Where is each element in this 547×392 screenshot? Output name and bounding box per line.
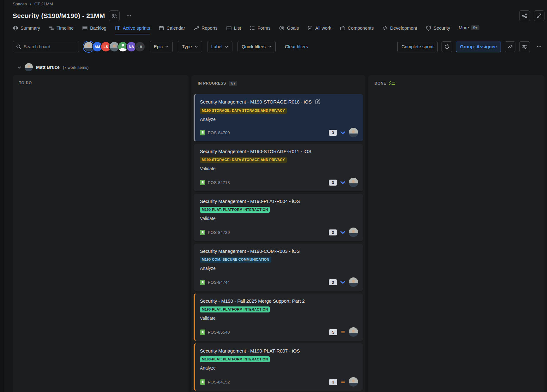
tab-label: Goals <box>287 26 299 31</box>
avatar-na[interactable]: NA <box>127 42 136 51</box>
priority-medium-icon <box>340 379 346 385</box>
assignee-avatar[interactable] <box>349 327 358 337</box>
card-label-chip[interactable]: M190-PLAT: PLATFORM INTERACTION <box>200 207 270 213</box>
priority-medium-icon <box>340 329 346 335</box>
card-label-chip[interactable]: M190-PLAT: PLATFORM INTERACTION <box>200 306 270 312</box>
chevron-expanded-icon[interactable] <box>17 65 21 69</box>
board-card[interactable]: Security Management - M190-PLAT-R007 - i… <box>194 343 363 391</box>
tab-label: More <box>459 25 469 30</box>
team-button[interactable] <box>109 10 120 21</box>
tab-all-work[interactable]: All work <box>307 25 331 34</box>
card-title: Security Management - M190-PLAT-R004 - i… <box>200 199 300 204</box>
story-points-badge: 3 <box>329 180 337 186</box>
tab-goals[interactable]: Goals <box>279 25 299 34</box>
priority-minor-icon <box>340 130 346 136</box>
tab-label: List <box>234 26 241 31</box>
avatar-photo-2[interactable] <box>110 42 119 51</box>
view-settings-button[interactable] <box>519 41 530 52</box>
assignee-avatar[interactable] <box>349 178 358 187</box>
ellipsis-icon <box>536 44 542 50</box>
fullscreen-button[interactable] <box>534 10 544 21</box>
board-card[interactable]: Security - M190 - Fall 2025 Merge Suppor… <box>194 294 363 341</box>
column-title: DONE <box>375 81 386 86</box>
breadcrumb-project[interactable]: CT 21MM <box>34 2 53 6</box>
tab-label: Reports <box>201 26 218 31</box>
clear-filters-button[interactable]: Clear filters <box>281 41 312 52</box>
avatar-am[interactable]: AM <box>93 42 102 51</box>
board-more-button[interactable] <box>534 41 544 52</box>
tab-active-sprints[interactable]: Active sprints <box>115 25 150 34</box>
tab-reports[interactable]: Reports <box>194 25 218 34</box>
card-label-chip[interactable]: M190-STORAGE: DATA STORAGE AND PRIVACY <box>200 108 287 114</box>
search-input[interactable] <box>13 41 79 52</box>
swimlane-header[interactable]: Matt Bruce (7 work items) <box>13 63 544 72</box>
story-points-badge: 3 <box>329 379 337 385</box>
tab-summary[interactable]: Summary <box>13 25 40 34</box>
target-icon <box>279 25 285 31</box>
avatar-matt-bruce[interactable] <box>84 42 93 51</box>
insights-button[interactable] <box>505 41 515 52</box>
assignee-avatar[interactable] <box>349 377 358 387</box>
search-icon <box>16 44 21 50</box>
story-icon <box>200 330 205 335</box>
tab-timeline[interactable]: Timeline <box>49 25 74 34</box>
kanban-board: TO DO IN PROGRESS 7/7 Security Managemen… <box>13 75 544 392</box>
tab-backlog[interactable]: Backlog <box>82 25 106 34</box>
group-by-button[interactable]: Group: Assignee <box>456 41 501 52</box>
chart-line-icon <box>194 25 199 31</box>
tab-label: Summary <box>21 26 40 31</box>
share-icon <box>522 13 527 19</box>
story-icon <box>200 130 205 135</box>
assignee-avatar[interactable] <box>349 128 358 137</box>
tab-development[interactable]: Development <box>382 25 417 34</box>
breadcrumb-spaces[interactable]: Spaces <box>13 2 27 6</box>
card-label-chip[interactable]: M190-COM: SECURE COMMUNICATION <box>200 257 271 263</box>
card-status: Analyze <box>200 117 358 122</box>
avatar-ls[interactable]: LS <box>101 42 111 51</box>
card-status: Analyze <box>200 266 358 271</box>
tab-components[interactable]: Components <box>340 25 374 34</box>
card-key: POS-85540 <box>208 330 230 335</box>
board-card[interactable]: Security Management - M190-STORAGE-R011 … <box>194 144 363 191</box>
share-button[interactable] <box>519 10 530 21</box>
tab-label: Forms <box>257 26 270 31</box>
label-filter-dropdown[interactable]: Label <box>207 41 232 52</box>
card-key: POS-84152 <box>208 380 230 384</box>
card-title: Security Management - M190-STORAGE-R011 … <box>200 149 311 154</box>
tab-calendar[interactable]: Calendar <box>159 25 185 34</box>
board-card[interactable]: Security Management - M190-COM-R003 - iO… <box>194 244 363 291</box>
complete-sprint-button[interactable]: Complete sprint <box>397 41 438 52</box>
priority-minor-icon <box>340 229 346 235</box>
epic-filter-dropdown[interactable]: Epic <box>150 41 173 52</box>
tab-label: Calendar <box>166 26 185 31</box>
avatar-overflow[interactable]: +9 <box>135 42 145 51</box>
board-card[interactable]: Security Management - M190-PLAT-R004 - i… <box>194 194 363 241</box>
tab-label: All work <box>315 26 331 31</box>
type-filter-dropdown[interactable]: Type <box>178 41 202 52</box>
tab-forms[interactable]: Forms <box>249 25 270 34</box>
quick-filters-dropdown[interactable]: Quick filters <box>237 41 276 52</box>
card-label-chip[interactable]: M190-STORAGE: DATA STORAGE AND PRIVACY <box>200 157 287 163</box>
assignee-avatar[interactable] <box>349 228 358 237</box>
tab-more[interactable]: More 9+ <box>459 25 479 34</box>
refresh-button[interactable] <box>442 41 452 52</box>
timeline-icon <box>49 25 54 31</box>
dropdown-label: Epic <box>154 44 163 49</box>
story-icon <box>200 280 205 285</box>
board-card[interactable]: Security Management - M190-STORAGE-R018 … <box>194 94 363 141</box>
edit-icon[interactable] <box>315 99 321 105</box>
assignee-avatar[interactable] <box>349 277 358 287</box>
story-points-badge: 3 <box>329 229 337 235</box>
chevron-down-icon <box>165 45 169 48</box>
breadcrumb: Spaces / CT 21MM <box>13 1 544 7</box>
tab-list[interactable]: List <box>226 25 241 34</box>
tab-security[interactable]: Security <box>426 25 450 34</box>
forms-icon <box>249 25 255 31</box>
ellipsis-icon <box>126 13 132 19</box>
card-label-chip[interactable]: M190-PLAT: PLATFORM INTERACTION <box>200 356 270 362</box>
title-more-button[interactable] <box>123 10 134 21</box>
main-content: Spaces / CT 21MM Security (S190/M190) - … <box>4 0 547 392</box>
avatar-person-placeholder[interactable] <box>118 42 128 51</box>
code-icon <box>382 25 388 31</box>
swimlane-count: (7 work items) <box>63 65 89 70</box>
